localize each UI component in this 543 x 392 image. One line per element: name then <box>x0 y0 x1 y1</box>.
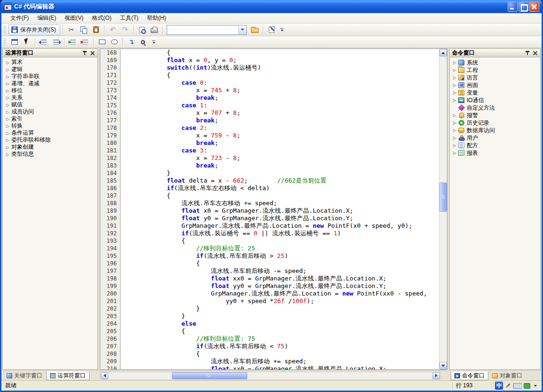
maximize-button[interactable] <box>519 2 528 12</box>
expand-icon[interactable]: ▷ <box>5 145 10 150</box>
operator-tree-item[interactable]: ▷对象创建 <box>3 144 97 151</box>
increase-indent-button[interactable] <box>50 37 62 48</box>
menu-format[interactable]: 格式(O) <box>88 13 115 24</box>
expand-icon[interactable]: ▷ <box>452 151 457 155</box>
pin-icon[interactable] <box>81 50 88 56</box>
expand-icon[interactable]: ▷ <box>5 74 10 79</box>
expand-icon[interactable]: ▷ <box>5 103 10 107</box>
goto-line-button[interactable]: ↴ <box>125 37 137 48</box>
operator-tree-item[interactable]: ▷关系 <box>3 94 97 101</box>
redo-button[interactable]: ↷ <box>119 24 131 35</box>
close-panel-icon[interactable] <box>532 50 539 56</box>
expand-icon[interactable]: ▷ <box>5 124 10 128</box>
select-pointer-button[interactable] <box>21 37 32 48</box>
title-bar[interactable]: C# 代码编辑器 <box>1 0 542 13</box>
print-preview-button[interactable] <box>136 24 148 35</box>
editor-horizontal-scrollbar[interactable] <box>100 372 440 380</box>
ime-pen-icon[interactable] <box>504 382 511 390</box>
menu-tools[interactable]: 工具(T) <box>116 13 143 24</box>
close-button[interactable] <box>529 2 539 12</box>
expand-icon[interactable]: ▷ <box>5 152 10 157</box>
toolbar-options-button[interactable] <box>279 24 285 35</box>
combobox-dropdown-button[interactable] <box>238 25 246 34</box>
command-tree-item[interactable]: ▷用户 <box>450 134 540 142</box>
expand-icon[interactable]: ▷ <box>452 83 457 88</box>
operator-tree-item[interactable]: ▷条件运算 <box>3 129 97 136</box>
expand-icon[interactable]: ▷ <box>452 113 457 118</box>
expand-icon[interactable]: ▷ <box>5 60 10 65</box>
language-bar-options-icon[interactable] <box>532 382 539 390</box>
menu-file[interactable]: 文件(F) <box>6 13 33 24</box>
expand-icon[interactable]: ▷ <box>5 96 10 100</box>
vertical-scroll-thumb[interactable] <box>439 183 447 212</box>
command-tree-item[interactable]: ▷系统 <box>450 59 540 66</box>
command-tree-item[interactable]: ▷画面 <box>450 81 540 89</box>
scroll-right-button[interactable] <box>432 372 440 379</box>
horizontal-scroll-track[interactable] <box>108 372 432 379</box>
operator-tree-item[interactable]: ▷逻辑 <box>3 66 97 73</box>
scroll-left-button[interactable] <box>101 372 108 379</box>
vertical-scroll-track[interactable] <box>439 56 447 362</box>
expand-icon[interactable]: ▷ <box>5 138 10 143</box>
cut-button[interactable]: ✂ <box>65 24 77 35</box>
insert-form-button[interactable] <box>8 37 20 48</box>
minimize-button[interactable] <box>508 2 518 12</box>
tab-command-window[interactable]: 命令窗口 <box>451 371 488 380</box>
expand-icon[interactable]: ▷ <box>5 81 10 86</box>
zoom-button[interactable] <box>138 37 149 48</box>
command-tree-item[interactable]: ▷工程 <box>450 66 540 74</box>
expand-icon[interactable]: ▷ <box>5 88 10 93</box>
expand-icon[interactable]: ▷ <box>452 90 457 95</box>
syntax-check-button[interactable] <box>266 24 277 35</box>
command-tree-item[interactable]: ▷历史记录 <box>450 119 540 127</box>
tab-operator-window[interactable]: 运算符窗口 <box>46 371 89 380</box>
expand-icon[interactable]: ▷ <box>452 60 457 65</box>
open-file-button[interactable] <box>249 24 260 35</box>
rectangle-button[interactable] <box>96 37 108 48</box>
ime-soft-keyboard-icon[interactable] <box>523 382 530 390</box>
uncomment-button[interactable] <box>79 37 91 48</box>
command-tree-item[interactable]: ▷报表 <box>450 149 540 157</box>
operator-tree-item[interactable]: ▷赋值 <box>3 101 97 108</box>
operator-tree-item[interactable]: ▷转换 <box>3 122 97 129</box>
command-tree-item[interactable]: ▷报警 <box>450 112 540 119</box>
command-tree-item[interactable]: ▷IO通信 <box>450 96 540 104</box>
command-tree-item[interactable]: 自定义方法 <box>450 104 540 112</box>
toolbar-options-button[interactable] <box>151 37 157 47</box>
expand-icon[interactable]: ▷ <box>5 110 10 114</box>
expand-icon[interactable]: ▷ <box>5 67 10 72</box>
horizontal-scroll-thumb[interactable] <box>172 372 247 379</box>
decrease-indent-button[interactable] <box>38 37 49 48</box>
save-and-close-button[interactable]: 保存并关闭(S) <box>8 24 60 35</box>
ime-keyboard-icon[interactable] <box>513 382 522 390</box>
expand-icon[interactable]: ▷ <box>452 98 457 103</box>
expand-icon[interactable]: ▷ <box>452 120 457 125</box>
toolbar-grip[interactable] <box>4 38 6 46</box>
scroll-up-button[interactable] <box>439 49 447 56</box>
expand-icon[interactable]: ▷ <box>5 117 10 121</box>
paste-button[interactable] <box>90 24 102 35</box>
ime-chinese-badge[interactable]: 中 <box>495 382 503 390</box>
operator-tree-item[interactable]: ▷索引 <box>3 115 97 122</box>
editor-vertical-scrollbar[interactable] <box>439 49 447 369</box>
command-tree-item[interactable]: ▷变量 <box>450 89 540 96</box>
menu-help[interactable]: 帮助(H) <box>143 13 170 24</box>
expand-icon[interactable]: ▷ <box>452 75 457 80</box>
scroll-down-button[interactable] <box>439 362 447 369</box>
operator-tree-item[interactable]: ▷字符串串联 <box>3 73 97 80</box>
command-tree-item[interactable]: ▷语言 <box>450 74 540 81</box>
operator-tree-item[interactable]: ▷算术 <box>3 59 97 66</box>
expand-icon[interactable]: ▷ <box>452 128 457 133</box>
expand-icon[interactable]: ▷ <box>452 136 457 140</box>
command-tree-item[interactable]: ▷配方 <box>450 142 540 149</box>
tab-object-window[interactable]: 对象窗口 <box>488 371 526 380</box>
print-button[interactable] <box>148 24 160 35</box>
copy-button[interactable] <box>78 24 89 35</box>
comment-button[interactable] <box>67 37 79 48</box>
undo-button[interactable]: ↶ <box>107 24 119 35</box>
operator-tree-item[interactable]: ▷委托串联和移除 <box>3 136 97 144</box>
command-tree-item[interactable]: ▷数据库访问 <box>450 127 540 134</box>
rounded-rectangle-button[interactable] <box>108 37 120 48</box>
code-area[interactable]: 168 {169 float x = 0, y = 0;170 switch((… <box>100 49 439 369</box>
operator-tree-item[interactable]: ▷成员访问 <box>3 108 97 115</box>
